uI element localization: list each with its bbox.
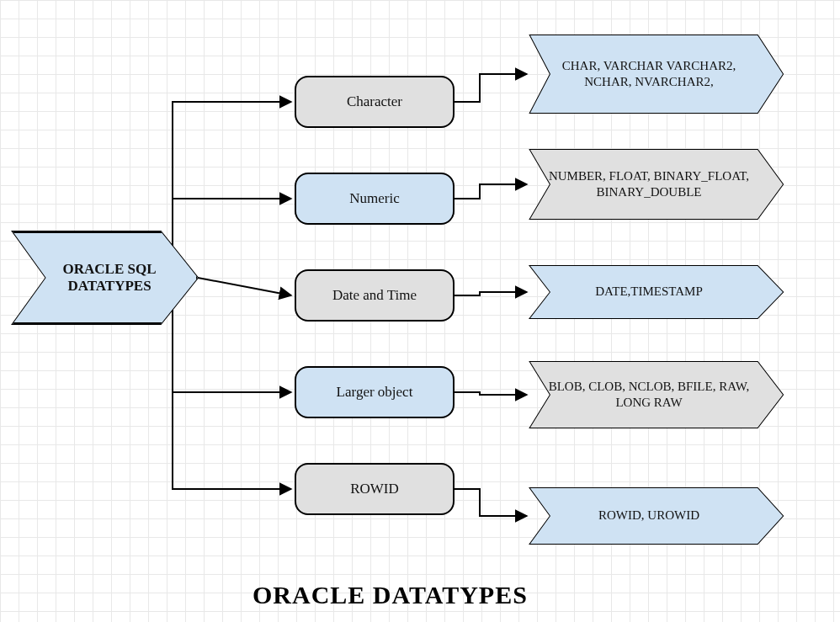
category-label: Character	[347, 93, 402, 110]
detail-datetime: DATE,TIMESTAMP	[530, 266, 783, 318]
category-datetime: Date and Time	[295, 269, 455, 322]
category-label: Date and Time	[332, 287, 417, 304]
category-label: Numeric	[349, 190, 399, 207]
category-numeric: Numeric	[295, 173, 455, 225]
diagram-title: ORACLE DATATYPES	[253, 581, 528, 609]
detail-numeric: NUMBER, FLOAT, BINARY_FLOAT, BINARY_DOUB…	[530, 150, 783, 219]
detail-lob: BLOB, CLOB, NCLOB, BFILE, RAW, LONG RAW	[530, 362, 783, 428]
detail-text: BLOB, CLOB, NCLOB, BFILE, RAW, LONG RAW	[542, 379, 756, 412]
root-node: ORACLE SQL DATATYPES	[13, 231, 198, 324]
detail-text: NUMBER, FLOAT, BINARY_FLOAT, BINARY_DOUB…	[542, 168, 756, 201]
category-label: Larger object	[337, 384, 413, 401]
category-lob: Larger object	[295, 366, 455, 418]
detail-text: ROWID, UROWID	[598, 508, 699, 524]
diagram-stage: ORACLE SQL DATATYPES CharacterCHAR, VARC…	[0, 0, 840, 622]
detail-text: CHAR, VARCHAR VARCHAR2, NCHAR, NVARCHAR2…	[542, 58, 756, 91]
category-character: Character	[295, 76, 455, 128]
detail-rowid: ROWID, UROWID	[530, 488, 783, 544]
detail-character: CHAR, VARCHAR VARCHAR2, NCHAR, NVARCHAR2…	[530, 35, 783, 113]
category-label: ROWID	[350, 481, 399, 497]
detail-text: DATE,TIMESTAMP	[595, 284, 703, 300]
root-label: ORACLE SQL DATATYPES	[36, 261, 183, 295]
category-rowid: ROWID	[295, 463, 455, 515]
